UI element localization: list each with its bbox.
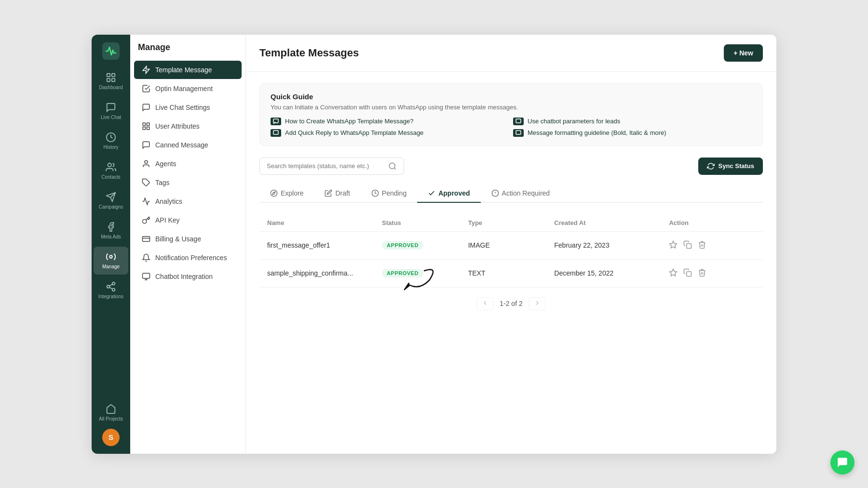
approved-icon [428, 189, 435, 197]
row-1-delete[interactable] [698, 268, 706, 278]
main-header: Template Messages + New [246, 35, 776, 72]
svg-rect-27 [273, 119, 278, 123]
nav-canned-message[interactable]: Canned Message [134, 136, 242, 154]
sidebar-item-all-projects[interactable]: All Projects [94, 399, 128, 427]
row-1-star[interactable] [669, 268, 678, 278]
search-input[interactable] [267, 162, 385, 170]
svg-rect-1 [107, 73, 110, 76]
svg-marker-42 [670, 269, 677, 276]
sidebar-item-dashboard[interactable]: Dashboard [94, 67, 128, 95]
row-1-type: TEXT [468, 269, 555, 277]
nav-agents[interactable]: Agents [134, 155, 242, 173]
next-page-button[interactable] [529, 297, 546, 310]
nav-user-attributes[interactable]: User Attributes [134, 117, 242, 135]
svg-point-10 [112, 282, 115, 285]
sidebar-item-history[interactable]: History [94, 127, 128, 155]
action-required-icon [491, 189, 499, 197]
logo [102, 42, 120, 60]
tabs: Explore Draft Pending Approved [259, 185, 763, 203]
svg-rect-31 [516, 131, 521, 134]
svg-rect-4 [112, 78, 115, 81]
status-badge-1: APPROVED [382, 269, 423, 277]
row-0-star[interactable] [669, 240, 678, 251]
svg-point-12 [112, 288, 115, 291]
table-row: sample_shipping_confirma... APPROVED TEX… [259, 260, 763, 288]
svg-rect-22 [143, 236, 150, 241]
nav-notification-preferences[interactable]: Notification Preferences [134, 249, 242, 267]
quick-guide-title: Quick Guide [271, 92, 752, 101]
nav-analytics[interactable]: Analytics [134, 192, 242, 211]
left-nav: Manage Template Message Optin Management… [130, 35, 246, 454]
prev-page-button[interactable] [476, 297, 494, 310]
sidebar-item-meta-ads[interactable]: Meta Ads [94, 217, 128, 245]
tab-explore[interactable]: Explore [259, 185, 314, 203]
nav-billing-usage[interactable]: Billing & Usage [134, 230, 242, 248]
app-window: Dashboard Live Chat History Contacts Cam… [92, 35, 776, 454]
nav-template-message[interactable]: Template Message [134, 61, 242, 79]
row-0-status: APPROVED [382, 241, 468, 250]
nav-tags[interactable]: Tags [134, 173, 242, 192]
row-1-name: sample_shipping_confirma... [267, 269, 382, 277]
tab-action-required[interactable]: Action Required [481, 185, 561, 203]
nav-live-chat-settings[interactable]: Live Chat Settings [134, 98, 242, 117]
row-1-actions [669, 268, 755, 278]
tab-draft[interactable]: Draft [314, 185, 360, 203]
svg-point-32 [389, 163, 395, 169]
row-0-actions [669, 240, 755, 251]
svg-rect-3 [107, 78, 110, 81]
sidebar-item-campaigns[interactable]: Campaigns [94, 187, 128, 215]
svg-point-34 [271, 190, 277, 196]
tab-approved[interactable]: Approved [417, 185, 480, 203]
tab-pending[interactable]: Pending [361, 185, 417, 203]
svg-rect-43 [687, 271, 692, 276]
nav-optin-management[interactable]: Optin Management [134, 79, 242, 98]
table-container: Name Status Type Created At Action first… [259, 214, 763, 288]
guide-link-icon-2 [271, 129, 281, 137]
pagination-label: 1-2 of 2 [500, 300, 522, 307]
guide-link-icon-3 [513, 129, 524, 137]
svg-rect-30 [273, 131, 278, 134]
svg-line-14 [109, 284, 112, 286]
svg-rect-41 [687, 243, 692, 248]
sidebar-item-live-chat[interactable]: Live Chat [94, 97, 128, 125]
guide-link-1[interactable]: Use chatbot parameters for leads [513, 118, 752, 125]
svg-point-9 [109, 255, 112, 258]
row-1-copy[interactable] [683, 268, 692, 278]
row-0-copy[interactable] [683, 240, 692, 251]
icon-sidebar: Dashboard Live Chat History Contacts Cam… [92, 35, 130, 454]
pending-icon [371, 189, 379, 197]
pagination: 1-2 of 2 [259, 288, 763, 320]
svg-marker-40 [670, 241, 677, 248]
main-content: Template Messages + New Quick Guide You … [246, 35, 776, 454]
guide-link-3[interactable]: Message formatting guideline (Bold, Ital… [513, 129, 752, 137]
row-1-status: APPROVED [382, 269, 468, 277]
content-area: Quick Guide You can Initiate a Conversat… [246, 72, 776, 454]
svg-point-11 [107, 285, 110, 288]
table-header: Name Status Type Created At Action [259, 214, 763, 232]
svg-rect-19 [147, 127, 149, 129]
quick-guide-links: How to Create WhatsApp Template Message?… [271, 118, 752, 137]
svg-rect-18 [143, 127, 145, 129]
outer-wrapper: Dashboard Live Chat History Contacts Cam… [0, 0, 868, 488]
row-1-created: December 15, 2022 [554, 269, 669, 277]
row-0-name: first_message_offer1 [267, 241, 382, 249]
guide-link-2[interactable]: Add Quick Reply to WhatsApp Template Mes… [271, 129, 509, 137]
quick-guide-description: You can Initiate a Conversation with use… [271, 104, 752, 111]
page-title: Template Messages [259, 47, 359, 59]
explore-icon [270, 189, 278, 197]
status-badge-0: APPROVED [382, 241, 423, 250]
sidebar-item-contacts[interactable]: Contacts [94, 157, 128, 185]
sync-status-button[interactable]: Sync Status [698, 158, 763, 175]
svg-point-6 [108, 163, 111, 166]
search-row: Sync Status [259, 158, 763, 175]
sidebar-item-manage[interactable]: Manage [94, 247, 128, 275]
nav-chatbot-integration[interactable]: Chatbot Integration [134, 267, 242, 286]
new-button[interactable]: + New [724, 44, 763, 62]
row-0-delete[interactable] [698, 240, 706, 251]
guide-link-0[interactable]: How to Create WhatsApp Template Message? [271, 118, 509, 125]
guide-link-icon-0 [271, 118, 281, 125]
svg-line-33 [394, 168, 395, 169]
nav-api-key[interactable]: API Key [134, 211, 242, 229]
sidebar-item-integrations[interactable]: Integrations [94, 277, 128, 304]
avatar[interactable]: S [102, 429, 120, 446]
